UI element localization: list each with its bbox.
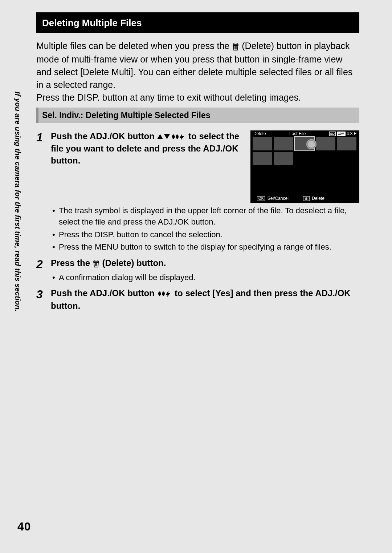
lcd-thumb — [274, 137, 293, 150]
step-1-bullet-3: Press the MENU button to switch to the d… — [51, 242, 359, 253]
resolution-badge: 10M — [337, 132, 346, 136]
trash-button-icon: 🗑 — [303, 196, 310, 201]
dpad-up-down-macro-flash-icon — [157, 131, 186, 143]
step-3-title-a: Push the ADJ./OK button — [51, 288, 157, 298]
lcd-sel-cancel-text: Sel/Cancel — [268, 196, 289, 201]
step-2-number: 2 — [36, 257, 51, 284]
lcd-thumb-selected — [295, 137, 314, 150]
side-margin-note: If you are using the camera for the firs… — [22, 92, 33, 317]
step-1: 1 Push the ADJ./OK button — [36, 130, 359, 254]
intro-text-part1: Multiple files can be deleted when you p… — [36, 41, 232, 51]
svg-marker-5 — [164, 134, 170, 139]
intro-text: Multiple files can be deleted when you p… — [36, 40, 359, 104]
step-2: 2 Press the (Delete) but — [36, 257, 359, 284]
lcd-thumb — [253, 152, 272, 165]
manual-page: If you are using the camera for the firs… — [0, 0, 392, 553]
lcd-bottom-bar: OK Sel/Cancel 🗑 Delete — [250, 195, 359, 203]
trash-icon — [232, 40, 239, 53]
lcd-last-file-label: Last File — [289, 131, 306, 136]
trash-icon — [93, 258, 100, 270]
step-1-title-a: Push the ADJ./OK button — [51, 131, 157, 141]
lcd-delete-footer-text: Delete — [312, 196, 324, 201]
step-1-title: Push the ADJ./OK button to select the fi… — [51, 130, 244, 166]
lcd-top-bar: Delete Last File SD 10M 4:3 F — [250, 130, 359, 136]
lcd-thumbnail-grid — [250, 136, 359, 195]
lcd-status-icons: SD 10M 4:3 F — [329, 131, 356, 136]
step-1-bullet-2: Press the DISP. button to cancel the sel… — [51, 229, 359, 241]
step-1-bullet-1: The trash symbol is displayed in the upp… — [51, 205, 359, 228]
step-1-number: 1 — [36, 130, 51, 254]
intro-text-line2: Press the DISP. button at any time to ex… — [36, 91, 359, 104]
side-margin-note-text: If you are using the camera for the firs… — [13, 92, 22, 312]
step-3-number: 3 — [36, 287, 51, 312]
svg-marker-4 — [157, 134, 163, 139]
page-content: Deleting Multiple Files Multiple files c… — [36, 12, 359, 312]
lcd-sel-cancel: OK Sel/Cancel — [257, 196, 289, 201]
ok-button-icon: OK — [257, 196, 265, 201]
step-3: 3 Push the ADJ./OK button to select [Yes… — [36, 287, 359, 312]
lcd-thumb — [337, 137, 356, 150]
svg-marker-11 — [166, 291, 170, 297]
aspect-ratio-label: 4:3 F — [347, 131, 356, 136]
subsection-heading-gray: Sel. Indiv.: Deleting Multiple Selected … — [36, 108, 359, 123]
lcd-delete-footer: 🗑 Delete — [303, 196, 324, 201]
lcd-delete-label: Delete — [253, 131, 266, 136]
step-2-title: Press the (Delete) button. — [51, 257, 359, 270]
lcd-thumb — [253, 137, 272, 150]
sd-icon: SD — [329, 132, 336, 136]
step-2-title-a: Press the — [51, 258, 93, 268]
step-2-bullet-1: A confirmation dialog will be displayed. — [51, 272, 359, 283]
section-heading-black: Deleting Multiple Files — [36, 12, 359, 33]
page-number: 40 — [17, 520, 31, 533]
lcd-thumb — [274, 152, 293, 165]
step-3-title: Push the ADJ./OK button to select [Yes] … — [51, 287, 359, 312]
camera-lcd-mockup: Delete Last File SD 10M 4:3 F — [250, 130, 359, 203]
svg-marker-6 — [180, 134, 184, 140]
macro-flash-icon — [157, 288, 172, 300]
step-2-title-b: (Delete) button. — [102, 258, 166, 268]
lcd-thumb — [316, 137, 335, 150]
